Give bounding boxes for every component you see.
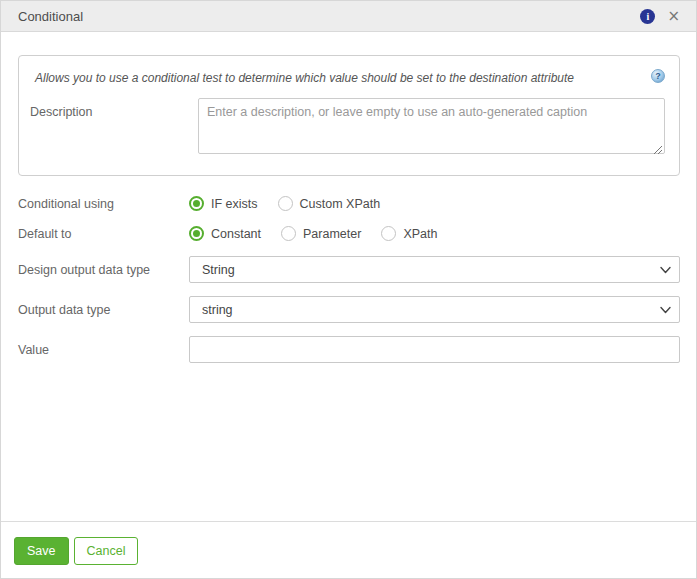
description-row: Description (30, 98, 665, 158)
output-data-type-select[interactable]: string (189, 296, 680, 323)
design-output-data-type-row: Design output data type String (18, 256, 680, 283)
radio-constant-icon[interactable] (189, 226, 204, 241)
design-output-data-type-label: Design output data type (18, 263, 189, 277)
radio-constant[interactable]: Constant (189, 226, 261, 241)
radio-xpath-icon[interactable] (381, 226, 396, 241)
design-output-data-type-select[interactable]: String (189, 256, 680, 283)
help-icon[interactable]: ? (651, 69, 665, 83)
value-row: Value (18, 336, 680, 363)
panel-hint-text: Allows you to use a conditional test to … (35, 69, 574, 85)
save-button[interactable]: Save (14, 537, 69, 565)
design-output-data-type-field-wrap: String (189, 256, 680, 283)
description-textarea[interactable] (198, 98, 665, 154)
radio-if-exists-icon[interactable] (189, 196, 204, 211)
radio-parameter-label: Parameter (303, 227, 361, 241)
radio-constant-label: Constant (211, 227, 261, 241)
default-to-label: Default to (18, 227, 189, 241)
value-field-wrap (189, 336, 680, 363)
radio-custom-xpath[interactable]: Custom XPath (278, 196, 381, 211)
output-data-type-value: string (202, 303, 233, 317)
hint-row: Allows you to use a conditional test to … (30, 69, 665, 85)
conditional-dialog: Conditional i × Allows you to use a cond… (0, 0, 697, 579)
dialog-title: Conditional (18, 9, 83, 24)
value-input[interactable] (189, 336, 680, 363)
description-label: Description (30, 98, 198, 158)
conditional-using-row: Conditional using IF exists Custom XPath (18, 196, 680, 211)
dialog-header: Conditional i × (1, 1, 696, 32)
output-data-type-field-wrap: string (189, 296, 680, 323)
header-actions: i × (640, 9, 680, 24)
info-icon[interactable]: i (640, 9, 655, 24)
default-to-radio-group: Constant Parameter XPath (189, 226, 457, 241)
radio-parameter[interactable]: Parameter (281, 226, 361, 241)
conditional-using-radio-group: IF exists Custom XPath (189, 196, 400, 211)
output-data-type-label: Output data type (18, 303, 189, 317)
default-to-row: Default to Constant Parameter XPath (18, 226, 680, 241)
description-panel: Allows you to use a conditional test to … (18, 55, 680, 176)
dialog-footer: Save Cancel (1, 521, 696, 578)
radio-parameter-icon[interactable] (281, 226, 296, 241)
dialog-body: Allows you to use a conditional test to … (1, 32, 696, 521)
conditional-using-label: Conditional using (18, 197, 189, 211)
radio-custom-xpath-label: Custom XPath (300, 197, 381, 211)
radio-if-exists-label: IF exists (211, 197, 258, 211)
close-icon[interactable]: × (667, 9, 680, 24)
design-output-data-type-value: String (202, 263, 235, 277)
value-label: Value (18, 343, 189, 357)
description-field-wrap (198, 98, 665, 158)
radio-custom-xpath-icon[interactable] (278, 196, 293, 211)
radio-if-exists[interactable]: IF exists (189, 196, 258, 211)
radio-xpath[interactable]: XPath (381, 226, 437, 241)
radio-xpath-label: XPath (403, 227, 437, 241)
output-data-type-row: Output data type string (18, 296, 680, 323)
cancel-button[interactable]: Cancel (74, 537, 139, 565)
